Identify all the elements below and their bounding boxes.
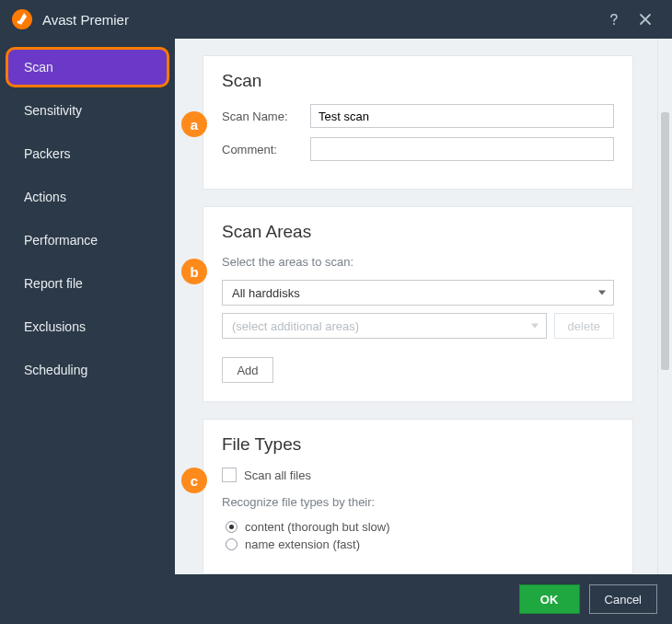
sidebar-item-report-file[interactable]: Report file [6, 263, 169, 304]
row-scan-name: Scan Name: [222, 104, 614, 128]
scan-all-checkbox[interactable] [222, 468, 237, 482]
close-icon [639, 13, 652, 26]
area-select[interactable]: All harddisks [222, 280, 614, 306]
radio-row-extension: name extension (fast) [226, 537, 614, 551]
comment-input[interactable] [310, 137, 614, 161]
titlebar: Avast Premier [0, 0, 672, 39]
sidebar-item-label: Performance [24, 233, 98, 248]
svg-point-1 [17, 20, 20, 23]
sidebar-item-label: Packers [24, 146, 71, 161]
radio-extension[interactable] [226, 538, 238, 550]
areas-hint: Select the areas to scan: [222, 255, 614, 269]
app-title: Avast Premier [42, 12, 129, 28]
chevron-down-icon [531, 324, 539, 329]
sidebar-item-scheduling[interactable]: Scheduling [6, 350, 169, 390]
ok-button[interactable]: OK [519, 584, 580, 614]
delete-area-button: delete [554, 313, 614, 339]
radio-content[interactable] [226, 521, 238, 533]
scrollbar-thumb[interactable] [661, 112, 669, 370]
sidebar-item-label: Exclusions [24, 319, 86, 334]
sidebar-item-exclusions[interactable]: Exclusions [6, 306, 169, 347]
annotation-badge-a: a [181, 111, 207, 137]
sidebar-item-actions[interactable]: Actions [6, 177, 169, 217]
panel-heading: File Types [222, 434, 614, 455]
chevron-down-icon [598, 291, 606, 295]
content-wrap: Scan Scan Name: Comment: Scan Areas Sele… [175, 39, 672, 574]
dialog-body: Scan Sensitivity Packers Actions Perform… [0, 39, 672, 574]
radio-row-content: content (thorough but slow) [226, 520, 614, 534]
sidebar-item-sensitivity[interactable]: Sensitivity [6, 90, 169, 131]
annotation-badge-c: c [181, 468, 207, 493]
sidebar-item-packers[interactable]: Packers [6, 133, 169, 174]
cancel-button[interactable]: Cancel [589, 584, 657, 614]
panel-scan: Scan Scan Name: Comment: [203, 55, 633, 190]
area-additional-placeholder: (select additional areas) [232, 319, 359, 333]
sidebar-item-label: Scan [24, 60, 53, 75]
comment-label: Comment: [222, 143, 305, 156]
annotation-badge-b: b [181, 259, 207, 284]
panel-heading: Scan [222, 71, 614, 91]
area-additional-select[interactable]: (select additional areas) [222, 313, 547, 339]
area-select-row-additional: (select additional areas) delete [222, 313, 614, 339]
sidebar-item-label: Sensitivity [24, 103, 82, 118]
radio-extension-label: name extension (fast) [245, 537, 360, 551]
help-button[interactable] [598, 4, 630, 35]
sidebar: Scan Sensitivity Packers Actions Perform… [0, 39, 175, 574]
scan-name-input[interactable] [310, 104, 614, 128]
avast-logo-icon [11, 8, 33, 30]
close-button[interactable] [630, 4, 661, 35]
scan-name-label: Scan Name: [222, 110, 305, 123]
panel-heading: Scan Areas [222, 222, 614, 242]
recognize-label: Recognize file types by their: [222, 495, 614, 509]
panel-scan-areas: Scan Areas Select the areas to scan: All… [203, 206, 633, 402]
svg-point-2 [613, 23, 615, 25]
vertical-scrollbar[interactable] [657, 39, 672, 574]
sidebar-item-label: Actions [24, 190, 66, 204]
help-icon [607, 12, 621, 27]
scan-all-label: Scan all files [244, 468, 311, 482]
area-select-row-1: All harddisks [222, 280, 614, 306]
add-area-button[interactable]: Add [222, 357, 273, 383]
sidebar-item-scan[interactable]: Scan [6, 47, 169, 87]
radio-content-label: content (thorough but slow) [245, 520, 390, 534]
panel-file-types: File Types Scan all files Recognize file… [203, 419, 633, 574]
settings-dialog: Avast Premier Scan Sensitivity Packers [0, 0, 672, 624]
sidebar-item-label: Scheduling [24, 363, 87, 377]
row-comment: Comment: [222, 137, 614, 161]
dialog-footer: OK Cancel [0, 574, 672, 624]
sidebar-item-label: Report file [24, 276, 83, 291]
scan-all-row: Scan all files [222, 468, 614, 482]
area-select-value: All harddisks [232, 286, 300, 300]
sidebar-item-performance[interactable]: Performance [6, 220, 169, 260]
content: Scan Scan Name: Comment: Scan Areas Sele… [175, 39, 657, 574]
